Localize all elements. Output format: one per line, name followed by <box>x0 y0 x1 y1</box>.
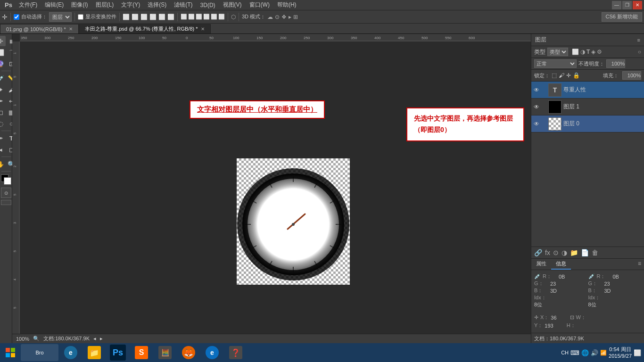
filter-pixel-icon[interactable]: ⬜ <box>572 49 579 55</box>
menu-edit[interactable]: 编辑(E) <box>41 0 67 10</box>
align-center-v-icon[interactable]: ⬜ <box>158 14 165 20</box>
3d-icon-3[interactable]: ❖ <box>281 14 287 20</box>
search-bar[interactable]: Bro <box>21 344 58 361</box>
auto-align-icon[interactable]: ⬡ <box>231 14 236 20</box>
info-tab-properties[interactable]: 属性 <box>531 259 551 270</box>
lock-paint-icon[interactable]: 🖌 <box>559 72 564 79</box>
spot-heal-tool[interactable]: ✦ <box>0 84 6 95</box>
align-center-h-icon[interactable]: ⬜ <box>132 14 139 20</box>
quick-select-tool[interactable]: 🔮 <box>0 58 6 69</box>
opacity-input[interactable] <box>606 59 625 68</box>
screen-mode-icon[interactable] <box>1 200 11 205</box>
doc-size-info[interactable]: 文档:180.0K/367.9K <box>43 335 90 342</box>
rect-select-tool[interactable]: ⬜ <box>0 47 6 58</box>
layer-fx-btn[interactable]: fx <box>545 249 550 256</box>
layer-visibility-0[interactable]: 👁 <box>533 121 540 127</box>
layer-visibility-1[interactable]: 👁 <box>533 104 540 110</box>
menu-layer[interactable]: 图层(L) <box>92 0 118 10</box>
align-right-icon[interactable]: ⬜ <box>140 14 148 20</box>
lock-all-icon[interactable]: 🔒 <box>573 72 580 79</box>
path-select-tool[interactable]: ◂ <box>0 144 6 155</box>
taskbar-app-s-icon[interactable]: S <box>130 344 153 361</box>
notifications-icon[interactable]: ⬜ <box>634 349 641 356</box>
layer-item-1[interactable]: 👁 图层 1 <box>531 99 644 115</box>
auto-select-checkbox[interactable] <box>14 14 19 20</box>
tab-main-psd[interactable]: 丰田之路-尊重.psd @ 66.7% (尊重人性, RGB/8) * ✕ <box>79 24 211 33</box>
keyboard-icon[interactable]: ⌨ <box>570 349 579 356</box>
layer-link-btn[interactable]: 🔗 <box>534 249 542 256</box>
menu-3d[interactable]: 3D(D) <box>197 1 219 9</box>
eraser-tool[interactable]: ◻ <box>0 107 6 117</box>
tab-01png[interactable]: 01.png @ 100%(RGB/8) * ✕ <box>0 24 79 33</box>
move-tool-icon[interactable]: ✛ <box>2 13 8 21</box>
taskbar-firefox-icon[interactable]: 🦊 <box>177 344 200 361</box>
nav-right-icon[interactable]: ▸ <box>100 336 103 342</box>
lock-position-icon[interactable]: ✛ <box>566 72 571 79</box>
3d-icon-5[interactable]: ⊞ <box>293 14 298 20</box>
layer-adjustment-btn[interactable]: ◑ <box>561 249 567 256</box>
menu-view[interactable]: 视图(V) <box>219 0 246 10</box>
show-transform-checkbox[interactable] <box>78 14 83 20</box>
3d-icon-4[interactable]: ▸ <box>289 14 291 20</box>
layer-delete-btn[interactable]: 🗑 <box>592 249 598 256</box>
3d-icon-2[interactable]: ⊙ <box>275 14 280 20</box>
cs6-new-feature[interactable]: CS6 新增功能 <box>602 12 642 22</box>
align-bottom-icon[interactable]: ⬜ <box>167 14 174 20</box>
taskbar-ie-icon[interactable]: e <box>59 344 82 361</box>
menu-file[interactable]: 文件(F) <box>15 0 41 10</box>
menu-text[interactable]: 文字(Y) <box>117 0 144 10</box>
taskbar-help-icon[interactable]: ❓ <box>224 344 247 361</box>
pen-tool[interactable]: ✒ <box>0 133 6 143</box>
move-tool[interactable]: ✛ <box>0 36 6 46</box>
menu-help[interactable]: 帮助(H) <box>273 0 300 10</box>
layer-new-btn[interactable]: 📄 <box>581 249 589 256</box>
filter-shape-icon[interactable]: ◈ <box>591 49 595 55</box>
3d-icon-1[interactable]: ☁ <box>267 14 273 20</box>
menu-filter[interactable]: 滤镜(T) <box>170 0 196 10</box>
layer-group-btn[interactable]: 📁 <box>570 249 578 256</box>
layer-visibility-text[interactable]: 👁 <box>533 87 540 93</box>
filter-smart-icon[interactable]: ⚙ <box>597 49 602 55</box>
filter-toggle[interactable]: ○ <box>638 49 641 55</box>
minimize-button[interactable]: — <box>612 1 621 9</box>
fill-input[interactable] <box>622 71 641 80</box>
filter-type-icon2[interactable]: T <box>586 49 590 55</box>
layer-item-text[interactable]: 👁 T 尊重人性 <box>531 82 644 99</box>
layer-mask-btn[interactable]: ⊙ <box>553 249 559 256</box>
eyedropper-tool[interactable]: 💉 <box>0 73 6 83</box>
align-top-icon[interactable]: ⬜ <box>149 14 157 20</box>
layers-options-icon[interactable]: ≡ <box>637 37 640 43</box>
tab-01png-close[interactable]: ✕ <box>69 26 73 32</box>
signal-icon[interactable]: 📶 <box>600 350 607 356</box>
background-color[interactable] <box>4 177 11 185</box>
layer-item-0[interactable]: 👁 图层 0 <box>531 115 644 132</box>
network-icon[interactable]: 🌐 <box>581 349 589 356</box>
taskbar-ie2-icon[interactable]: e <box>201 344 223 361</box>
blend-mode-select[interactable]: 正常 <box>534 59 577 68</box>
menu-window[interactable]: 窗口(W) <box>246 0 273 10</box>
tab-main-psd-close[interactable]: ✕ <box>201 26 205 32</box>
zoom-fit-icon[interactable]: 🔍 <box>33 336 40 342</box>
volume-icon[interactable]: 🔊 <box>591 349 598 356</box>
taskbar-calc-icon[interactable]: 🧮 <box>154 344 176 361</box>
hand-tool[interactable]: ✋ <box>0 159 6 169</box>
filter-adjustment-icon[interactable]: ◑ <box>580 49 585 55</box>
canvas-image[interactable]: 尊重人性 <box>237 158 350 285</box>
canvas-content[interactable]: 文字相对图层居中（水平和垂直居中） 先选中文字图层，再选择参考图层（即图层0） <box>20 41 531 334</box>
layer-select[interactable]: 图层 <box>49 12 72 22</box>
info-panel-options[interactable]: ≡ <box>635 259 644 270</box>
align-left-icon[interactable]: ⬜ <box>123 14 130 20</box>
taskbar-ps-icon[interactable]: Ps <box>107 344 129 361</box>
menu-image[interactable]: 图像(I) <box>67 0 91 10</box>
start-button[interactable] <box>1 344 20 361</box>
filter-type-select[interactable]: 类型 <box>547 48 568 56</box>
close-button[interactable]: ✕ <box>633 1 642 9</box>
quick-mask-icon[interactable]: ⊙ <box>1 188 11 198</box>
info-tab-info[interactable]: 信息 <box>551 259 571 270</box>
maximize-button[interactable]: ❐ <box>622 1 632 9</box>
lock-transparency-icon[interactable]: ⬚ <box>552 72 557 79</box>
nav-left-icon[interactable]: ◂ <box>93 336 96 342</box>
clone-stamp-tool[interactable]: ✒ <box>0 96 6 106</box>
menu-select[interactable]: 选择(S) <box>144 0 170 10</box>
clock-display[interactable]: 0:54 周日 2015/9/27 <box>609 346 632 360</box>
